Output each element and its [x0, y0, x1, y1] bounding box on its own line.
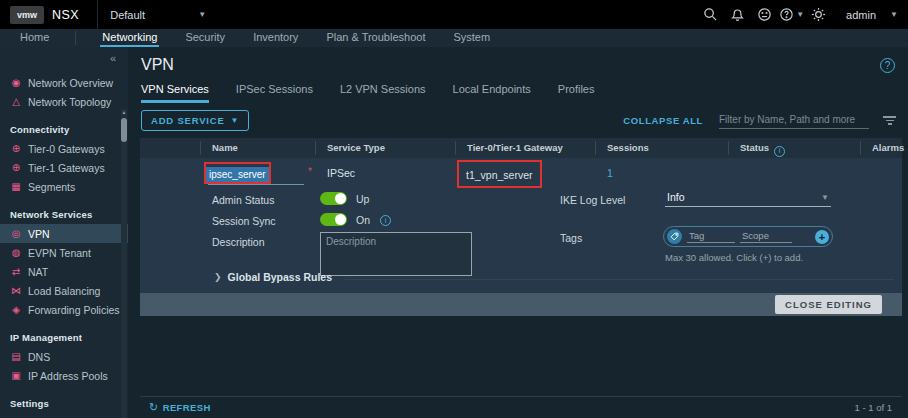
- tags-input-group: +: [663, 226, 833, 247]
- refresh-button[interactable]: ↻ REFRESH: [149, 401, 211, 414]
- search-icon[interactable]: [697, 4, 724, 26]
- description-label: Description: [212, 236, 265, 248]
- sidebar-item-tier1-gateways[interactable]: ⊕ Tier-1 Gateways: [0, 158, 128, 177]
- chevron-down-icon: ▼: [821, 193, 829, 202]
- tab-profiles[interactable]: Profiles: [558, 83, 595, 103]
- sidebar-item-vpn[interactable]: ◎ VPN: [0, 224, 128, 243]
- theme-sun-icon[interactable]: [805, 4, 832, 26]
- column-header-alarms[interactable]: Alarms: [872, 138, 904, 158]
- sidebar-item-tier0-gateways[interactable]: ⊕ Tier-0 Gateways: [0, 139, 128, 158]
- add-service-button[interactable]: ADD SERVICE ▼: [141, 110, 249, 131]
- add-service-label: ADD SERVICE: [151, 115, 225, 126]
- description-textarea[interactable]: [320, 232, 472, 276]
- admin-status-label: Admin Status: [212, 194, 274, 206]
- column-header-sessions[interactable]: Sessions: [607, 138, 649, 158]
- tab-vpn-services[interactable]: VPN Services: [141, 83, 209, 103]
- nav-tab-networking[interactable]: Networking: [100, 29, 159, 47]
- table-row-editing: ipsec_server * IPSec t1_vpn_server 1 Adm…: [140, 158, 902, 293]
- nav-tab-system[interactable]: System: [451, 29, 492, 47]
- ike-log-level-label: IKE Log Level: [560, 194, 625, 206]
- tab-l2-vpn-sessions[interactable]: L2 VPN Sessions: [340, 83, 426, 103]
- ike-log-level-value: Info: [667, 191, 685, 203]
- close-editing-button[interactable]: CLOSE EDITING: [775, 295, 882, 314]
- sidebar-item-forwarding-policies[interactable]: ◈ Forwarding Policies: [0, 300, 128, 319]
- sidebar-item-label: VPN: [28, 228, 50, 240]
- scrollbar-up-arrow-icon[interactable]: ▲: [121, 109, 127, 116]
- tab-ipsec-sessions[interactable]: IPSec Sessions: [236, 83, 313, 103]
- tags-label: Tags: [560, 232, 582, 244]
- sidebar-item-load-balancing[interactable]: ⋈ Load Balancing: [0, 281, 128, 300]
- product-name: NSX: [52, 8, 79, 22]
- sidebar-item-network-overview[interactable]: ◉ Network Overview: [0, 73, 128, 92]
- nav-tab-plan-troubleshoot[interactable]: Plan & Troubleshoot: [324, 29, 427, 47]
- admin-status-toggle[interactable]: [320, 192, 347, 205]
- chevron-right-icon: ❯: [214, 272, 222, 282]
- chevron-down-icon: ▼: [890, 10, 898, 19]
- sidebar-scrollbar[interactable]: ▲: [121, 109, 127, 418]
- filter-funnel-icon[interactable]: [883, 116, 896, 125]
- sidebar-item-label: NAT: [28, 266, 48, 278]
- nav-tab-inventory[interactable]: Inventory: [251, 29, 300, 47]
- column-separator: [728, 141, 729, 155]
- org-selector-dropdown[interactable]: Default ▼: [110, 9, 206, 21]
- scope-input[interactable]: [740, 230, 792, 243]
- collapse-all-link[interactable]: COLLAPSE ALL: [623, 115, 703, 126]
- main-nav: Home Networking Security Inventory Plan …: [0, 29, 908, 47]
- status-info-icon[interactable]: i: [774, 146, 785, 157]
- nav-tab-security[interactable]: Security: [183, 29, 227, 47]
- pagination-range: 1 - 1 of 1: [855, 402, 893, 413]
- sidebar-item-evpn-tenant[interactable]: ◍ EVPN Tenant: [0, 243, 128, 262]
- sidebar-collapse-button[interactable]: «: [0, 49, 128, 67]
- user-menu[interactable]: admin ▼: [846, 9, 898, 21]
- evpn-tenant-icon: ◍: [10, 247, 22, 258]
- filter-input[interactable]: [719, 112, 869, 129]
- sidebar-item-dns[interactable]: ▤ DNS: [0, 347, 128, 366]
- session-sync-toggle[interactable]: [320, 213, 347, 226]
- sidebar-item-label: EVPN Tenant: [28, 247, 91, 259]
- sidebar-group-network-services: Network Services ◎ VPN ◍ EVPN Tenant ⇄ N…: [0, 209, 128, 319]
- sidebar-item-label: IP Address Pools: [28, 370, 108, 382]
- column-separator: [860, 141, 861, 155]
- feedback-smiley-icon[interactable]: [751, 4, 778, 26]
- chevron-down-icon: ▼: [198, 10, 206, 19]
- tags-helper-text: Max 30 allowed. Click (+) to add.: [665, 252, 803, 263]
- refresh-icon: ↻: [149, 401, 159, 414]
- sidebar-group-connectivity: Connectivity ⊕ Tier-0 Gateways ⊕ Tier-1 …: [0, 124, 128, 196]
- sidebar-item-ip-address-pools[interactable]: ▣ IP Address Pools: [0, 366, 128, 385]
- sidebar-item-nat[interactable]: ⇄ NAT: [0, 262, 128, 281]
- column-separator: [455, 141, 456, 155]
- tag-input[interactable]: [687, 230, 735, 243]
- refresh-label: REFRESH: [163, 402, 211, 413]
- page-help-icon[interactable]: ?: [880, 58, 895, 73]
- sidebar-item-label: Network Overview: [28, 77, 113, 89]
- add-tag-plus-icon[interactable]: +: [815, 230, 829, 244]
- name-input[interactable]: ipsec_server: [206, 167, 269, 182]
- sidebar-scrollbar-thumb[interactable]: [121, 118, 127, 142]
- global-bypass-rules-expander[interactable]: ❯ Global Bypass Rules: [214, 271, 332, 283]
- column-header-status[interactable]: Statusi: [740, 138, 785, 158]
- sidebar-item-label: DNS: [28, 351, 50, 363]
- chevron-down-icon: ▼: [796, 10, 804, 19]
- sidebar-item-segments[interactable]: ▦ Segments: [0, 177, 128, 196]
- column-separator: [315, 141, 316, 155]
- ike-log-level-select[interactable]: Info ▼: [665, 190, 831, 207]
- session-sync-info-icon[interactable]: i: [380, 215, 391, 226]
- sidebar-item-label: Network Topology: [28, 96, 111, 108]
- session-sync-value: On: [356, 214, 370, 226]
- nav-tab-home[interactable]: Home: [18, 29, 51, 47]
- sidebar-item-network-topology[interactable]: △ Network Topology: [0, 92, 128, 111]
- column-header-name[interactable]: Name: [212, 138, 238, 158]
- notifications-bell-icon[interactable]: [724, 4, 751, 26]
- tab-local-endpoints[interactable]: Local Endpoints: [453, 83, 531, 103]
- service-type-value: IPSec: [327, 167, 355, 179]
- sessions-count-link[interactable]: 1: [607, 167, 613, 179]
- sidebar-item-label: Segments: [28, 181, 75, 193]
- column-separator: [200, 141, 201, 155]
- column-header-service-type[interactable]: Service Type: [327, 138, 385, 158]
- dns-icon: ▤: [10, 351, 22, 362]
- sidebar-group-settings: Settings: [0, 398, 128, 409]
- sidebar-section-network-services: Network Services: [0, 209, 128, 220]
- help-menu-icon[interactable]: ▼: [778, 4, 805, 26]
- column-header-gateway[interactable]: Tier-0/Tier-1 Gateway: [467, 138, 563, 158]
- nav-divider: [75, 31, 76, 45]
